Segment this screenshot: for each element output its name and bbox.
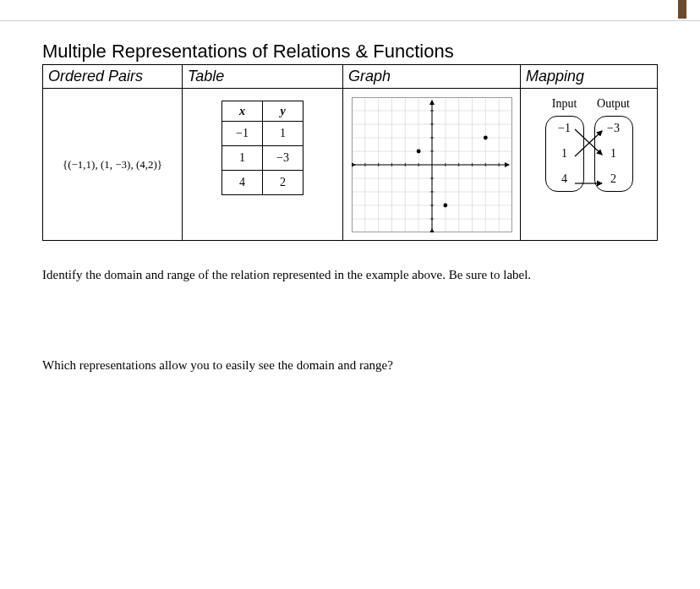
- header-table: Table: [183, 65, 343, 89]
- mapping-output-col: Output −3 1 2: [594, 97, 633, 192]
- corner-mark: [678, 0, 686, 19]
- ordered-pairs-text: {(−1,1), (1, −3), (4,2)}: [48, 158, 177, 172]
- xy-x: 4: [222, 171, 263, 195]
- header-graph: Graph: [343, 65, 521, 89]
- xy-y: −3: [263, 146, 304, 171]
- question-representations: Which representations allow you to easil…: [42, 358, 658, 373]
- scatter-plot: [352, 97, 512, 232]
- cell-ordered-pairs: {(−1,1), (1, −3), (4,2)}: [43, 89, 183, 241]
- xy-head-x: x: [222, 101, 263, 122]
- table-row: 4 2: [222, 171, 304, 195]
- content-row: {(−1,1), (1, −3), (4,2)} x y −1 1 1 −3: [43, 89, 658, 241]
- table-row: 1 −3: [222, 146, 304, 171]
- table-row: −1 1: [222, 122, 304, 146]
- svg-point-46: [443, 204, 447, 208]
- mapping-output-box: −3 1 2: [594, 116, 633, 192]
- page-title: Multiple Representations of Relations & …: [42, 41, 658, 63]
- header-ordered-pairs: Ordered Pairs: [43, 65, 183, 89]
- mapping-diagram: Input −1 1 4 Output −3 1 2: [526, 94, 652, 192]
- xy-x: −1: [222, 122, 263, 146]
- xy-x: 1: [222, 146, 263, 171]
- mapping-input-value: 4: [561, 172, 567, 186]
- mapping-input-value: −1: [558, 122, 571, 135]
- representations-table: Ordered Pairs Table Graph Mapping {(−1,1…: [42, 64, 658, 241]
- question-domain-range: Identify the domain and range of the rel…: [42, 268, 658, 282]
- header-mapping: Mapping: [521, 65, 658, 89]
- mapping-input-col: Input −1 1 4: [545, 97, 584, 192]
- mapping-input-box: −1 1 4: [545, 116, 584, 192]
- xy-y: 2: [263, 171, 304, 195]
- page-content: Multiple Representations of Relations & …: [0, 0, 700, 373]
- top-divider: [0, 20, 700, 21]
- mapping-input-label: Input: [552, 97, 577, 111]
- xy-y: 1: [263, 122, 304, 146]
- svg-point-45: [416, 150, 420, 154]
- mapping-output-label: Output: [597, 97, 630, 111]
- cell-table: x y −1 1 1 −3 4 2: [183, 89, 343, 241]
- xy-head-y: y: [263, 101, 304, 122]
- cell-mapping: Input −1 1 4 Output −3 1 2: [521, 89, 658, 241]
- mapping-output-value: 2: [610, 172, 616, 186]
- mapping-output-value: 1: [610, 147, 616, 161]
- graph-wrap: [348, 94, 515, 232]
- cell-graph: [343, 89, 521, 241]
- xy-table: x y −1 1 1 −3 4 2: [221, 101, 304, 195]
- svg-point-47: [483, 136, 487, 140]
- header-row: Ordered Pairs Table Graph Mapping: [43, 65, 658, 89]
- mapping-input-value: 1: [561, 147, 567, 161]
- mapping-output-value: −3: [607, 122, 620, 135]
